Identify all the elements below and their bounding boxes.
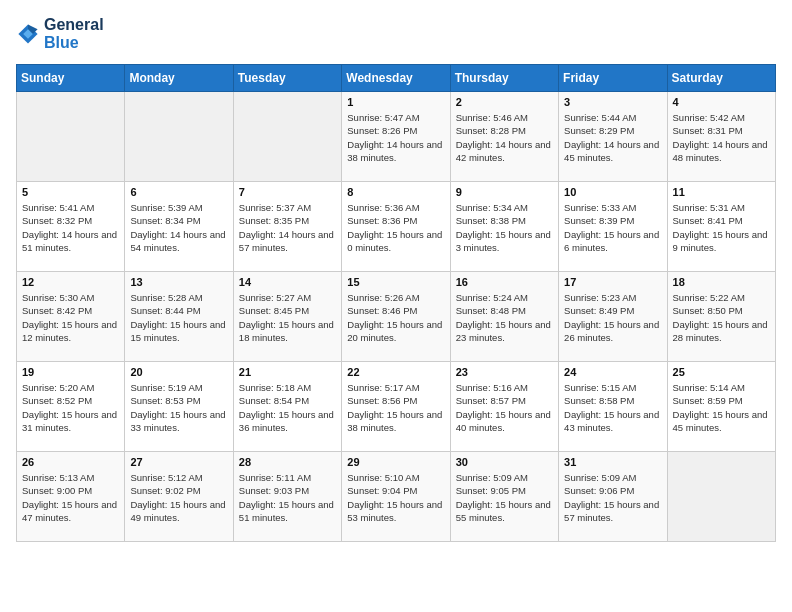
- day-number: 28: [239, 456, 336, 468]
- day-info: Sunrise: 5:22 AMSunset: 8:50 PMDaylight:…: [673, 291, 770, 344]
- calendar-cell: 17Sunrise: 5:23 AMSunset: 8:49 PMDayligh…: [559, 272, 667, 362]
- calendar-cell: 2Sunrise: 5:46 AMSunset: 8:28 PMDaylight…: [450, 92, 558, 182]
- logo-icon: [16, 22, 40, 46]
- day-info: Sunrise: 5:15 AMSunset: 8:58 PMDaylight:…: [564, 381, 661, 434]
- day-info: Sunrise: 5:23 AMSunset: 8:49 PMDaylight:…: [564, 291, 661, 344]
- weekday-header-sunday: Sunday: [17, 65, 125, 92]
- calendar-cell: 3Sunrise: 5:44 AMSunset: 8:29 PMDaylight…: [559, 92, 667, 182]
- calendar-cell: 29Sunrise: 5:10 AMSunset: 9:04 PMDayligh…: [342, 452, 450, 542]
- day-info: Sunrise: 5:31 AMSunset: 8:41 PMDaylight:…: [673, 201, 770, 254]
- calendar-cell: 22Sunrise: 5:17 AMSunset: 8:56 PMDayligh…: [342, 362, 450, 452]
- calendar-cell: 5Sunrise: 5:41 AMSunset: 8:32 PMDaylight…: [17, 182, 125, 272]
- day-info: Sunrise: 5:13 AMSunset: 9:00 PMDaylight:…: [22, 471, 119, 524]
- day-info: Sunrise: 5:18 AMSunset: 8:54 PMDaylight:…: [239, 381, 336, 434]
- day-number: 30: [456, 456, 553, 468]
- day-number: 21: [239, 366, 336, 378]
- day-number: 5: [22, 186, 119, 198]
- day-info: Sunrise: 5:44 AMSunset: 8:29 PMDaylight:…: [564, 111, 661, 164]
- day-number: 23: [456, 366, 553, 378]
- calendar-cell: 16Sunrise: 5:24 AMSunset: 8:48 PMDayligh…: [450, 272, 558, 362]
- day-info: Sunrise: 5:19 AMSunset: 8:53 PMDaylight:…: [130, 381, 227, 434]
- day-number: 16: [456, 276, 553, 288]
- day-info: Sunrise: 5:09 AMSunset: 9:05 PMDaylight:…: [456, 471, 553, 524]
- calendar-cell: 23Sunrise: 5:16 AMSunset: 8:57 PMDayligh…: [450, 362, 558, 452]
- calendar-cell: 14Sunrise: 5:27 AMSunset: 8:45 PMDayligh…: [233, 272, 341, 362]
- calendar-cell: 19Sunrise: 5:20 AMSunset: 8:52 PMDayligh…: [17, 362, 125, 452]
- calendar-cell: 18Sunrise: 5:22 AMSunset: 8:50 PMDayligh…: [667, 272, 775, 362]
- calendar-cell: 30Sunrise: 5:09 AMSunset: 9:05 PMDayligh…: [450, 452, 558, 542]
- calendar-cell: 11Sunrise: 5:31 AMSunset: 8:41 PMDayligh…: [667, 182, 775, 272]
- day-info: Sunrise: 5:17 AMSunset: 8:56 PMDaylight:…: [347, 381, 444, 434]
- day-info: Sunrise: 5:14 AMSunset: 8:59 PMDaylight:…: [673, 381, 770, 434]
- weekday-header-monday: Monday: [125, 65, 233, 92]
- calendar-cell: 4Sunrise: 5:42 AMSunset: 8:31 PMDaylight…: [667, 92, 775, 182]
- calendar-cell: 12Sunrise: 5:30 AMSunset: 8:42 PMDayligh…: [17, 272, 125, 362]
- logo: General Blue: [16, 16, 104, 52]
- day-info: Sunrise: 5:10 AMSunset: 9:04 PMDaylight:…: [347, 471, 444, 524]
- day-info: Sunrise: 5:20 AMSunset: 8:52 PMDaylight:…: [22, 381, 119, 434]
- day-info: Sunrise: 5:24 AMSunset: 8:48 PMDaylight:…: [456, 291, 553, 344]
- calendar-cell: 25Sunrise: 5:14 AMSunset: 8:59 PMDayligh…: [667, 362, 775, 452]
- day-number: 22: [347, 366, 444, 378]
- day-number: 31: [564, 456, 661, 468]
- calendar-cell: 24Sunrise: 5:15 AMSunset: 8:58 PMDayligh…: [559, 362, 667, 452]
- calendar-table: SundayMondayTuesdayWednesdayThursdayFrid…: [16, 64, 776, 542]
- day-number: 26: [22, 456, 119, 468]
- day-number: 11: [673, 186, 770, 198]
- calendar-cell: [667, 452, 775, 542]
- calendar-cell: 8Sunrise: 5:36 AMSunset: 8:36 PMDaylight…: [342, 182, 450, 272]
- day-info: Sunrise: 5:27 AMSunset: 8:45 PMDaylight:…: [239, 291, 336, 344]
- weekday-header-saturday: Saturday: [667, 65, 775, 92]
- calendar-cell: 31Sunrise: 5:09 AMSunset: 9:06 PMDayligh…: [559, 452, 667, 542]
- calendar-cell: 1Sunrise: 5:47 AMSunset: 8:26 PMDaylight…: [342, 92, 450, 182]
- calendar-cell: [125, 92, 233, 182]
- day-info: Sunrise: 5:16 AMSunset: 8:57 PMDaylight:…: [456, 381, 553, 434]
- calendar-cell: 13Sunrise: 5:28 AMSunset: 8:44 PMDayligh…: [125, 272, 233, 362]
- day-info: Sunrise: 5:26 AMSunset: 8:46 PMDaylight:…: [347, 291, 444, 344]
- day-info: Sunrise: 5:12 AMSunset: 9:02 PMDaylight:…: [130, 471, 227, 524]
- weekday-header-thursday: Thursday: [450, 65, 558, 92]
- day-number: 20: [130, 366, 227, 378]
- calendar-cell: 20Sunrise: 5:19 AMSunset: 8:53 PMDayligh…: [125, 362, 233, 452]
- day-info: Sunrise: 5:09 AMSunset: 9:06 PMDaylight:…: [564, 471, 661, 524]
- day-number: 12: [22, 276, 119, 288]
- day-info: Sunrise: 5:39 AMSunset: 8:34 PMDaylight:…: [130, 201, 227, 254]
- day-number: 3: [564, 96, 661, 108]
- weekday-header-tuesday: Tuesday: [233, 65, 341, 92]
- day-number: 9: [456, 186, 553, 198]
- calendar-cell: [17, 92, 125, 182]
- day-number: 17: [564, 276, 661, 288]
- calendar-cell: 10Sunrise: 5:33 AMSunset: 8:39 PMDayligh…: [559, 182, 667, 272]
- day-number: 4: [673, 96, 770, 108]
- day-info: Sunrise: 5:34 AMSunset: 8:38 PMDaylight:…: [456, 201, 553, 254]
- day-number: 14: [239, 276, 336, 288]
- day-number: 27: [130, 456, 227, 468]
- calendar-cell: 7Sunrise: 5:37 AMSunset: 8:35 PMDaylight…: [233, 182, 341, 272]
- day-number: 25: [673, 366, 770, 378]
- weekday-header-friday: Friday: [559, 65, 667, 92]
- weekday-header-wednesday: Wednesday: [342, 65, 450, 92]
- page-header: General Blue: [16, 16, 776, 52]
- day-number: 10: [564, 186, 661, 198]
- calendar-cell: 15Sunrise: 5:26 AMSunset: 8:46 PMDayligh…: [342, 272, 450, 362]
- day-info: Sunrise: 5:37 AMSunset: 8:35 PMDaylight:…: [239, 201, 336, 254]
- day-number: 15: [347, 276, 444, 288]
- day-number: 19: [22, 366, 119, 378]
- day-info: Sunrise: 5:30 AMSunset: 8:42 PMDaylight:…: [22, 291, 119, 344]
- calendar-cell: 26Sunrise: 5:13 AMSunset: 9:00 PMDayligh…: [17, 452, 125, 542]
- day-info: Sunrise: 5:33 AMSunset: 8:39 PMDaylight:…: [564, 201, 661, 254]
- day-info: Sunrise: 5:28 AMSunset: 8:44 PMDaylight:…: [130, 291, 227, 344]
- calendar-cell: 9Sunrise: 5:34 AMSunset: 8:38 PMDaylight…: [450, 182, 558, 272]
- day-info: Sunrise: 5:46 AMSunset: 8:28 PMDaylight:…: [456, 111, 553, 164]
- day-info: Sunrise: 5:36 AMSunset: 8:36 PMDaylight:…: [347, 201, 444, 254]
- day-info: Sunrise: 5:42 AMSunset: 8:31 PMDaylight:…: [673, 111, 770, 164]
- day-number: 7: [239, 186, 336, 198]
- calendar-cell: 6Sunrise: 5:39 AMSunset: 8:34 PMDaylight…: [125, 182, 233, 272]
- day-info: Sunrise: 5:11 AMSunset: 9:03 PMDaylight:…: [239, 471, 336, 524]
- day-number: 13: [130, 276, 227, 288]
- day-number: 8: [347, 186, 444, 198]
- day-number: 1: [347, 96, 444, 108]
- day-number: 29: [347, 456, 444, 468]
- calendar-cell: 28Sunrise: 5:11 AMSunset: 9:03 PMDayligh…: [233, 452, 341, 542]
- calendar-cell: 21Sunrise: 5:18 AMSunset: 8:54 PMDayligh…: [233, 362, 341, 452]
